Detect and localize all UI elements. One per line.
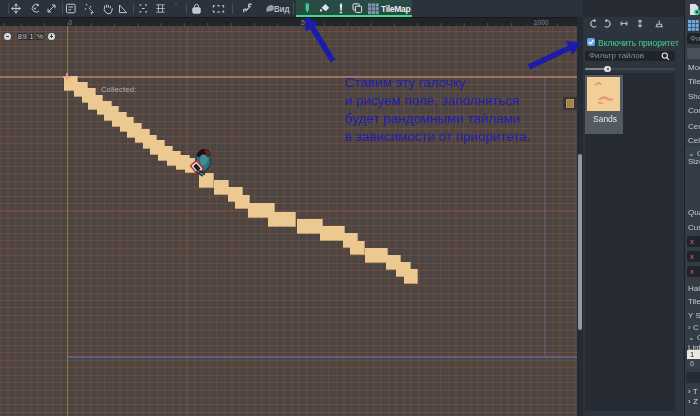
svg-text:и рисуем поле, заполняться: и рисуем поле, заполняться	[345, 93, 519, 108]
svg-text:будет рандомными тайлами: будет рандомными тайлами	[345, 111, 520, 126]
svg-text:Ставим эту галочку: Ставим эту галочку	[345, 75, 466, 90]
svg-text:в зависимости от приоритета.: в зависимости от приоритета.	[345, 129, 531, 144]
